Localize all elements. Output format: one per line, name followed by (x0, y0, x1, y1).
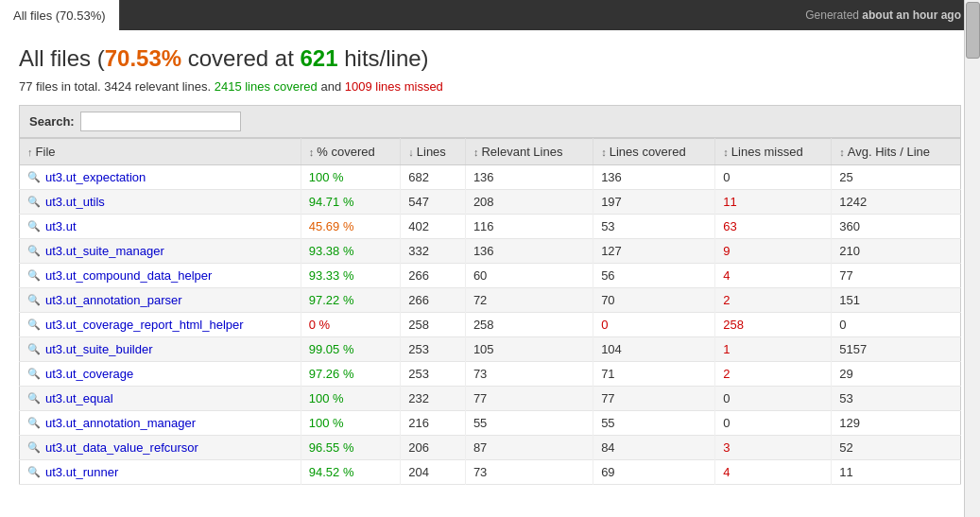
cell-avg-hits: 129 (832, 411, 961, 436)
cell-relevant: 60 (465, 264, 593, 288)
cell-file: 🔍ut3.ut_data_value_refcursor (20, 436, 301, 460)
cell-relevant: 105 (465, 337, 593, 362)
cell-covered: 77 (593, 387, 715, 411)
cell-covered: 0 (593, 313, 715, 337)
generated-info: Generated about an hour ago (805, 0, 980, 30)
cell-relevant: 77 (465, 387, 593, 411)
col-lines[interactable]: ↓ Lines (401, 139, 466, 165)
search-label: Search: (29, 114, 75, 129)
cell-covered: 136 (593, 165, 715, 190)
cell-covered: 84 (593, 436, 715, 460)
cell-file: 🔍ut3.ut_annotation_parser (20, 288, 301, 313)
cell-pct: 93.33 % (301, 264, 400, 288)
file-link[interactable]: ut3.ut_coverage_report_html_helper (45, 318, 244, 332)
file-search-icon: 🔍 (27, 417, 41, 429)
file-search-icon: 🔍 (27, 441, 41, 454)
page-title: All files (70.53% covered at 621 hits/li… (19, 45, 961, 72)
cell-missed: 3 (715, 436, 832, 460)
file-search-icon: 🔍 (27, 269, 41, 282)
col-relevant[interactable]: ↕ Relevant Lines (465, 139, 593, 165)
cell-pct: 93.38 % (301, 239, 400, 264)
heading-before: All files ( (19, 45, 105, 71)
cell-covered: 56 (593, 264, 715, 288)
cell-relevant: 87 (465, 436, 593, 460)
file-search-icon: 🔍 (27, 196, 41, 208)
file-link[interactable]: ut3.ut_equal (45, 391, 113, 405)
col-pct[interactable]: ↕ % covered (301, 139, 400, 165)
table-header: ↑ File ↕ % covered ↓ Lines ↕ Relevant Li… (20, 139, 961, 165)
cell-avg-hits: 0 (832, 313, 961, 337)
cell-covered: 70 (593, 288, 715, 313)
file-link[interactable]: ut3.ut_coverage (45, 367, 133, 381)
cell-file: 🔍ut3.ut_suite_builder (20, 337, 301, 362)
heading-after: hits/line) (338, 45, 429, 71)
col-avg-hits[interactable]: ↕ Avg. Hits / Line (832, 139, 961, 165)
cell-covered: 104 (593, 337, 715, 362)
file-link[interactable]: ut3.ut_suite_manager (45, 244, 164, 258)
covered-count: 2415 lines covered (215, 79, 318, 94)
table-body: 🔍ut3.ut_expectation100 %682136136025🔍ut3… (20, 165, 961, 485)
cell-file: 🔍ut3.ut_annotation_manager (20, 411, 301, 436)
file-search-icon: 🔍 (27, 392, 41, 405)
active-tab[interactable]: All files (70.53%) (0, 0, 120, 30)
table-row: 🔍ut3.ut_equal100 %2327777053 (20, 387, 961, 411)
cell-lines: 332 (401, 239, 466, 264)
table-row: 🔍ut3.ut_suite_builder99.05 %253105104151… (20, 337, 961, 362)
cell-avg-hits: 25 (832, 165, 961, 190)
cell-avg-hits: 5157 (832, 337, 961, 362)
scrollbar-thumb[interactable] (966, 2, 980, 59)
summary-text2: and (320, 79, 344, 94)
file-search-icon: 🔍 (27, 319, 41, 331)
file-link[interactable]: ut3.ut_suite_builder (45, 342, 152, 356)
cell-missed: 0 (715, 411, 832, 436)
file-link[interactable]: ut3.ut_compound_data_helper (45, 268, 212, 283)
cell-relevant: 72 (465, 288, 593, 313)
file-link[interactable]: ut3.ut_annotation_manager (45, 416, 196, 430)
cell-lines: 253 (401, 337, 466, 362)
col-missed[interactable]: ↕ Lines missed (715, 139, 832, 165)
cell-file: 🔍ut3.ut_runner (20, 460, 301, 485)
cell-lines: 258 (401, 313, 466, 337)
cell-file: 🔍ut3.ut_expectation (20, 165, 301, 190)
summary-line: 77 files in total. 3424 relevant lines. … (19, 79, 961, 94)
search-input[interactable] (80, 112, 241, 131)
file-link[interactable]: ut3.ut_data_value_refcursor (45, 440, 198, 455)
table-row: 🔍ut3.ut_compound_data_helper93.33 %26660… (20, 264, 961, 288)
file-link[interactable]: ut3.ut_expectation (45, 170, 146, 184)
cell-relevant: 73 (465, 362, 593, 387)
col-file[interactable]: ↑ File (20, 139, 301, 165)
cell-covered: 197 (593, 190, 715, 215)
table-row: 🔍ut3.ut_coverage_report_html_helper0 %25… (20, 313, 961, 337)
cell-avg-hits: 53 (832, 387, 961, 411)
cell-pct: 99.05 % (301, 337, 400, 362)
file-link[interactable]: ut3.ut_annotation_parser (45, 293, 182, 307)
table-row: 🔍ut3.ut_expectation100 %682136136025 (20, 165, 961, 190)
cell-covered: 127 (593, 239, 715, 264)
file-link[interactable]: ut3.ut_utils (45, 195, 105, 209)
cell-lines: 216 (401, 411, 466, 436)
col-covered[interactable]: ↕ Lines covered (593, 139, 715, 165)
cell-covered: 53 (593, 215, 715, 239)
table-row: 🔍ut3.ut_suite_manager93.38 %332136127921… (20, 239, 961, 264)
table-row: 🔍ut3.ut_utils94.71 %547208197111242 (20, 190, 961, 215)
scrollbar[interactable] (964, 0, 980, 500)
file-link[interactable]: ut3.ut_runner (45, 465, 118, 479)
cell-missed: 258 (715, 313, 832, 337)
cell-pct: 97.22 % (301, 288, 400, 313)
generated-prefix: Generated (805, 9, 859, 22)
main-content: All files (70.53% covered at 621 hits/li… (0, 30, 980, 500)
file-link[interactable]: ut3.ut (45, 219, 77, 233)
cell-missed: 0 (715, 165, 832, 190)
cell-covered: 55 (593, 411, 715, 436)
summary-text1: 77 files in total. 3424 relevant lines. (19, 79, 211, 94)
table-row: 🔍ut3.ut_annotation_manager100 %216555501… (20, 411, 961, 436)
search-bar: Search: (19, 105, 961, 138)
cell-missed: 2 (715, 362, 832, 387)
heading-mid: covered at (181, 45, 300, 71)
cell-relevant: 55 (465, 411, 593, 436)
cell-missed: 63 (715, 215, 832, 239)
cell-relevant: 73 (465, 460, 593, 485)
cell-missed: 4 (715, 264, 832, 288)
file-search-icon: 🔍 (27, 294, 41, 306)
missed-count: 1009 lines missed (345, 79, 443, 94)
